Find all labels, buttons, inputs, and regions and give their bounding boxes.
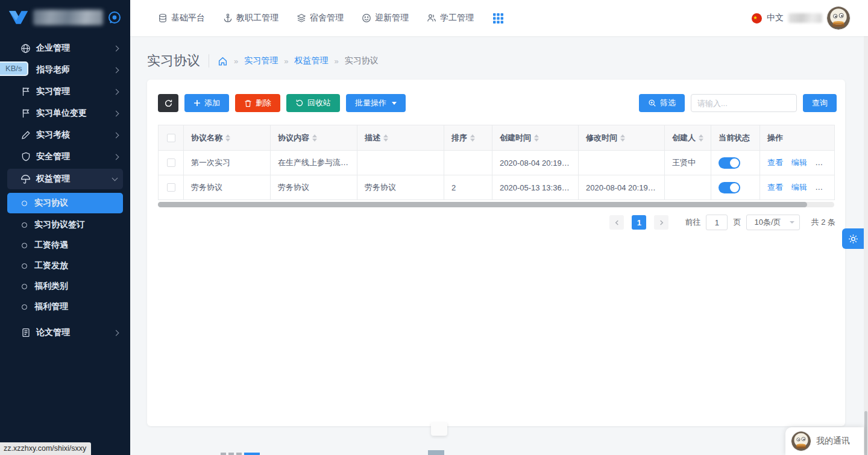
column-header-description[interactable]: 描述 (357, 125, 444, 151)
sidebar-item-safety-mgmt[interactable]: 安全管理 (0, 146, 130, 168)
column-header-agreement-content[interactable]: 协议内容 (271, 125, 357, 151)
sidebar-item-enterprise-mgmt[interactable]: 企业管理 (0, 37, 130, 59)
topnav-item-staff-mgmt[interactable]: 教职工管理 (223, 13, 278, 24)
row-checkbox[interactable] (167, 183, 175, 192)
sort-icon[interactable] (225, 134, 230, 142)
goto-page-input[interactable] (706, 215, 728, 230)
page-title: 实习协议 (147, 52, 200, 70)
sidebar-item-label: 论文管理 (36, 327, 70, 338)
apps-grid-icon[interactable] (493, 13, 503, 24)
horizontal-scrollbar (158, 202, 834, 207)
edit-link[interactable]: 编辑 (791, 183, 807, 192)
column-header-sort[interactable]: 排序 (444, 125, 492, 151)
status-toggle[interactable] (719, 182, 740, 193)
chevron-down-icon (790, 221, 794, 224)
topnav-item-dorm-mgmt[interactable]: 宿舍管理 (297, 13, 344, 24)
breadcrumb-link-rights-mgmt[interactable]: 权益管理 (294, 55, 328, 66)
gear-icon (848, 234, 858, 244)
chevron-down-icon (112, 175, 118, 181)
sidebar-subitem-internship-agreement-sign[interactable]: 实习协议签订 (0, 215, 130, 235)
sidebar-subitem-salary-payment[interactable]: 工资发放 (0, 256, 130, 276)
sort-icon[interactable] (470, 134, 475, 142)
query-button[interactable]: 查询 (803, 94, 837, 112)
column-header-actions: 操作 (760, 125, 835, 151)
globe-icon (20, 43, 31, 54)
delete-link[interactable]: 删除 (815, 158, 831, 167)
topnav-item-student-affairs-mgmt[interactable]: 学工管理 (427, 13, 474, 24)
row-checkbox[interactable] (167, 158, 175, 167)
sort-icon[interactable] (620, 134, 625, 142)
delete-button[interactable]: 删除 (235, 94, 280, 112)
footer-partial-element (428, 450, 444, 455)
sort-icon[interactable] (312, 134, 317, 142)
user-avatar[interactable] (827, 7, 850, 30)
language-selector[interactable]: 中文 (767, 13, 784, 24)
breadcrumb-link-internship-mgmt[interactable]: 实习管理 (244, 55, 278, 66)
circle-icon (22, 263, 27, 269)
sort-icon[interactable] (699, 134, 703, 142)
sidebar-item-internship-unit-change[interactable]: 实习单位变更 (0, 102, 130, 124)
zoom-in-icon (648, 99, 656, 107)
status-toggle[interactable] (719, 157, 740, 169)
select-all-checkbox[interactable] (167, 134, 175, 142)
top-header: 基础平台 教职工管理 宿舍管理 迎新管理 学工管理 (130, 0, 868, 36)
home-icon[interactable] (218, 56, 228, 66)
vertical-scrollbar-thumb[interactable] (864, 411, 867, 455)
theme-settings-button[interactable] (842, 228, 864, 249)
delete-link[interactable]: 删除 (815, 183, 831, 192)
topnav-label: 迎新管理 (375, 13, 409, 24)
database-icon (158, 13, 168, 23)
sidebar-subitem-welfare-category[interactable]: 福利类别 (0, 276, 130, 297)
recycle-bin-button[interactable]: 回收站 (286, 94, 340, 112)
topnav-label: 基础平台 (171, 13, 205, 24)
chat-widget[interactable]: 我的通讯 (785, 427, 864, 455)
sidebar-item-thesis-mgmt[interactable]: 论文管理 (0, 322, 130, 344)
footer-links-partial (221, 453, 260, 455)
sidebar-subitem-welfare-mgmt[interactable]: 福利管理 (0, 297, 130, 317)
horizontal-scrollbar-thumb[interactable] (158, 202, 807, 207)
sort-icon[interactable] (383, 134, 388, 142)
view-link[interactable]: 查看 (767, 183, 783, 192)
topnav-label: 学工管理 (440, 13, 474, 24)
sidebar-subitem-internship-agreement[interactable]: 实习协议 (7, 193, 123, 213)
main-content: 实习协议 » 实习管理 » 权益管理 » 实习协议 添加 (130, 36, 868, 455)
add-button[interactable]: 添加 (184, 94, 229, 112)
rights-mgmt-submenu: 实习协议 实习协议签订 工资待遇 工资发放 福利类别 福利管理 (0, 190, 130, 318)
edit-link[interactable]: 编辑 (791, 158, 807, 167)
column-header-created-time[interactable]: 创建时间 (492, 125, 579, 151)
cell-agreement-content: 劳务协议 (271, 175, 357, 200)
username-redacted (788, 13, 822, 23)
collapse-sidebar-icon[interactable] (108, 10, 122, 25)
page-size-select[interactable]: 10条/页 (746, 215, 799, 230)
sidebar-subitem-salary-treatment[interactable]: 工资待遇 (0, 235, 130, 256)
sort-icon[interactable] (534, 134, 539, 142)
circle-icon (22, 284, 27, 289)
chat-widget-label: 我的通讯 (816, 436, 850, 447)
topnav-label: 宿舍管理 (310, 13, 344, 24)
recycle-button-label: 回收站 (307, 98, 331, 108)
view-link[interactable]: 查看 (767, 158, 783, 167)
topnav-item-welcome-mgmt[interactable]: 迎新管理 (362, 13, 409, 24)
pagination: 1 前往 页 10条/页 共 2 条 (609, 215, 835, 230)
column-header-creator[interactable]: 创建人 (665, 125, 711, 151)
circle-icon (22, 222, 27, 228)
next-page-button[interactable] (654, 215, 668, 230)
refresh-button[interactable] (158, 94, 178, 112)
column-header-modified-time[interactable]: 修改时间 (579, 125, 665, 151)
filter-button[interactable]: 筛选 (639, 94, 685, 112)
collapse-handle-tab[interactable] (431, 422, 447, 436)
sidebar-item-internship-assessment[interactable]: 实习考核 (0, 124, 130, 146)
batch-operations-button[interactable]: 批量操作 (346, 94, 406, 112)
delete-button-label: 删除 (256, 98, 271, 108)
prev-page-button[interactable] (609, 215, 624, 230)
topnav-item-base-platform[interactable]: 基础平台 (158, 13, 205, 24)
page-number-current[interactable]: 1 (632, 215, 646, 230)
page-unit-label: 页 (733, 217, 741, 228)
sidebar-item-internship-mgmt[interactable]: 实习管理 (0, 81, 130, 102)
logo-text-redacted (33, 10, 102, 25)
sidebar-item-rights-mgmt[interactable]: 权益管理 (7, 169, 123, 189)
chevron-right-icon (113, 67, 119, 73)
search-input[interactable] (691, 94, 797, 112)
breadcrumb-row: 实习协议 » 实习管理 » 权益管理 » 实习协议 (130, 36, 868, 70)
column-header-agreement-name[interactable]: 协议名称 (184, 125, 271, 151)
